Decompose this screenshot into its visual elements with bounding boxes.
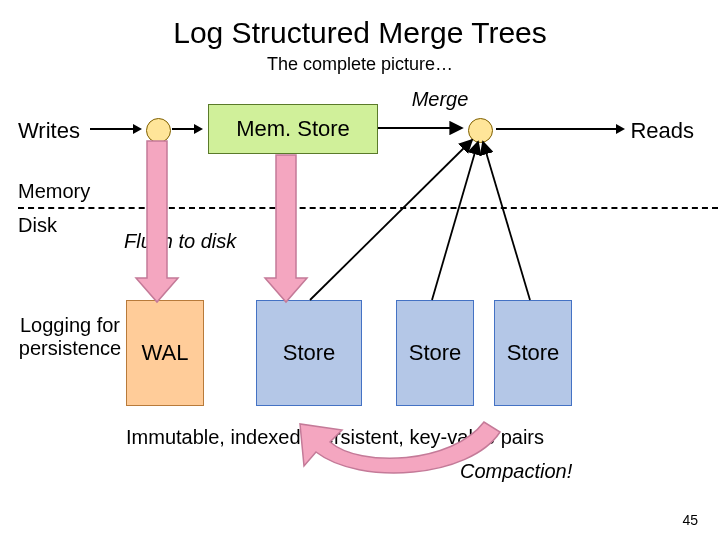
disk-label: Disk — [18, 214, 57, 237]
memstore-box: Mem. Store — [208, 104, 378, 154]
arrow-layer — [0, 0, 720, 540]
store-box-1: Store — [256, 300, 362, 406]
read-node-icon — [468, 118, 493, 143]
svg-line-4 — [483, 142, 530, 300]
store-box-2: Store — [396, 300, 474, 406]
compaction-label: Compaction! — [460, 460, 572, 483]
slide-title: Log Structured Merge Trees — [0, 16, 720, 50]
svg-marker-0 — [136, 141, 178, 302]
svg-line-2 — [310, 140, 472, 300]
write-node-icon — [146, 118, 171, 143]
arrow-readnode-reads — [496, 128, 621, 130]
svg-line-3 — [432, 142, 478, 300]
immutable-label: Immutable, indexed, persistent, key-valu… — [126, 426, 544, 449]
wal-box: WAL — [126, 300, 204, 406]
logging-label: Logging for persistence — [18, 314, 122, 360]
memory-label: Memory — [18, 180, 90, 203]
merge-label: Merge — [370, 88, 510, 111]
page-number: 45 — [682, 512, 698, 528]
arrow-writes-node — [90, 128, 138, 130]
svg-marker-1 — [265, 155, 307, 302]
arrow-node-memstore — [172, 128, 199, 130]
memory-disk-divider — [18, 207, 718, 209]
slide-subtitle: The complete picture… — [0, 54, 720, 75]
store-box-3: Store — [494, 300, 572, 406]
reads-label: Reads — [630, 118, 694, 144]
writes-label: Writes — [18, 118, 80, 144]
flush-label: Flush to disk — [124, 230, 236, 253]
